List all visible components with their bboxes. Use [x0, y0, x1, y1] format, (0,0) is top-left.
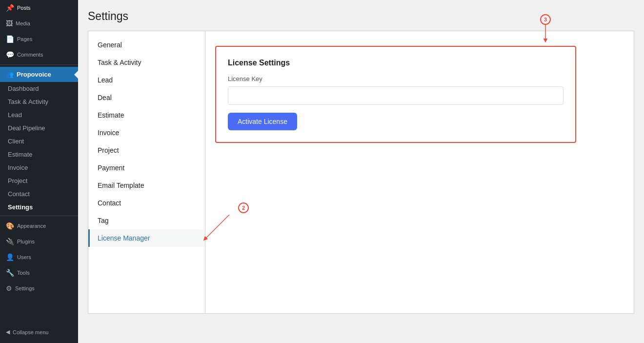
sidebar-item-tools[interactable]: 🔧 Tools — [0, 265, 78, 281]
sidebar-item-client[interactable]: Client — [0, 135, 78, 148]
sidebar-item-task-activity[interactable]: Task & Activity — [0, 95, 78, 108]
comments-icon: 💬 — [6, 51, 14, 59]
settings-nav-license-manager[interactable]: License Manager 2 — [88, 229, 205, 247]
activate-license-button[interactable]: Activate License — [228, 113, 297, 130]
annotation-3-container: 3 — [540, 14, 551, 44]
license-key-label: License Key — [228, 75, 564, 82]
sidebar-item-lead[interactable]: Lead — [0, 108, 78, 121]
posts-icon: 📌 — [6, 4, 14, 12]
sidebar-item-plugins[interactable]: 🔌 Plugins — [0, 234, 78, 249]
sidebar-divider-1 — [0, 64, 78, 65]
sidebar-item-posts[interactable]: 📌 Posts — [0, 0, 78, 16]
license-key-input[interactable] — [228, 86, 564, 105]
collapse-icon: ◀ — [6, 329, 10, 335]
settings-nav: General Task & Activity Lead Deal Estima… — [88, 31, 205, 313]
sidebar-item-project[interactable]: Project — [0, 174, 78, 187]
appearance-icon: 🎨 — [6, 222, 14, 230]
annotation-arrow-3-svg — [541, 25, 550, 44]
wp-settings-icon: ⚙ — [6, 284, 12, 292]
license-settings-title: License Settings — [228, 59, 564, 67]
settings-container: General Task & Activity Lead Deal Estima… — [88, 31, 634, 314]
propovoice-icon: 👥 — [6, 71, 14, 78]
settings-nav-email-template[interactable]: Email Template — [88, 177, 205, 194]
sidebar-item-comments[interactable]: 💬 Comments — [0, 47, 78, 62]
sidebar-item-users[interactable]: 👤 Users — [0, 249, 78, 265]
collapse-menu-button[interactable]: ◀ Collapse menu — [0, 325, 78, 339]
settings-nav-estimate[interactable]: Estimate — [88, 106, 205, 124]
sidebar-item-settings[interactable]: Settings 1 — [0, 201, 78, 214]
sidebar-item-wp-settings[interactable]: ⚙ Settings — [0, 281, 78, 296]
sidebar-bottom: ◀ Collapse menu — [0, 325, 78, 343]
sidebar-propovoice-header[interactable]: 👥 Propovoice — [0, 67, 78, 82]
sidebar-divider-2 — [0, 216, 78, 216]
settings-content: 3 License Settings License Key — [205, 31, 634, 313]
main-content: Settings General Task & Activity Lead De… — [78, 0, 644, 343]
sidebar-item-estimate[interactable]: Estimate — [0, 148, 78, 161]
sidebar-item-invoice[interactable]: Invoice — [0, 161, 78, 174]
license-settings-box: License Settings License Key Activate Li… — [215, 46, 576, 143]
pages-icon: 📄 — [6, 35, 14, 43]
users-icon: 👤 — [6, 253, 14, 261]
settings-nav-task-activity[interactable]: Task & Activity — [88, 54, 205, 71]
settings-nav-invoice[interactable]: Invoice — [88, 124, 205, 141]
page-title: Settings — [88, 10, 634, 23]
settings-nav-deal[interactable]: Deal — [88, 89, 205, 106]
sidebar-item-pages[interactable]: 📄 Pages — [0, 31, 78, 47]
settings-nav-payment[interactable]: Payment — [88, 159, 205, 177]
sidebar: 📌 Posts 🖼 Media 📄 Pages 💬 Comments 👥 Pro… — [0, 0, 78, 343]
settings-nav-contact[interactable]: Contact — [88, 194, 205, 212]
settings-nav-general[interactable]: General — [88, 36, 205, 54]
settings-nav-tag[interactable]: Tag — [88, 212, 205, 229]
settings-nav-lead[interactable]: Lead — [88, 71, 205, 89]
sidebar-item-media[interactable]: 🖼 Media — [0, 16, 78, 31]
sidebar-item-contact[interactable]: Contact — [0, 187, 78, 201]
tools-icon: 🔧 — [6, 269, 14, 277]
plugins-icon: 🔌 — [6, 238, 14, 245]
sidebar-item-appearance[interactable]: 🎨 Appearance — [0, 218, 78, 234]
sidebar-item-dashboard[interactable]: Dashboard — [0, 82, 78, 95]
settings-nav-project[interactable]: Project — [88, 141, 205, 159]
annotation-3: 3 — [540, 14, 551, 25]
media-icon: 🖼 — [6, 20, 13, 27]
sidebar-item-deal-pipeline[interactable]: Deal Pipeline — [0, 121, 78, 135]
